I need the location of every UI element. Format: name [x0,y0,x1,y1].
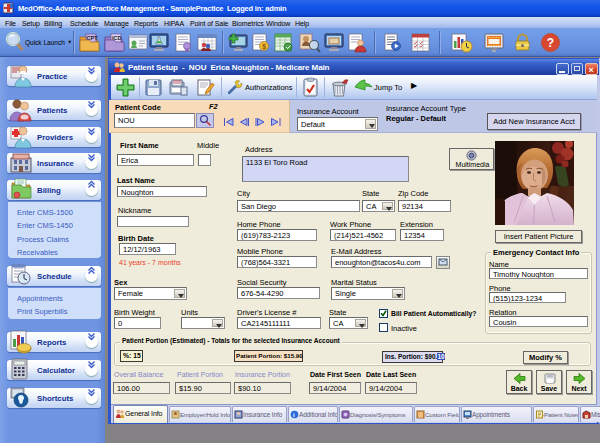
svg-text:?: ? [547,36,554,50]
svg-text:$: $ [262,43,266,51]
